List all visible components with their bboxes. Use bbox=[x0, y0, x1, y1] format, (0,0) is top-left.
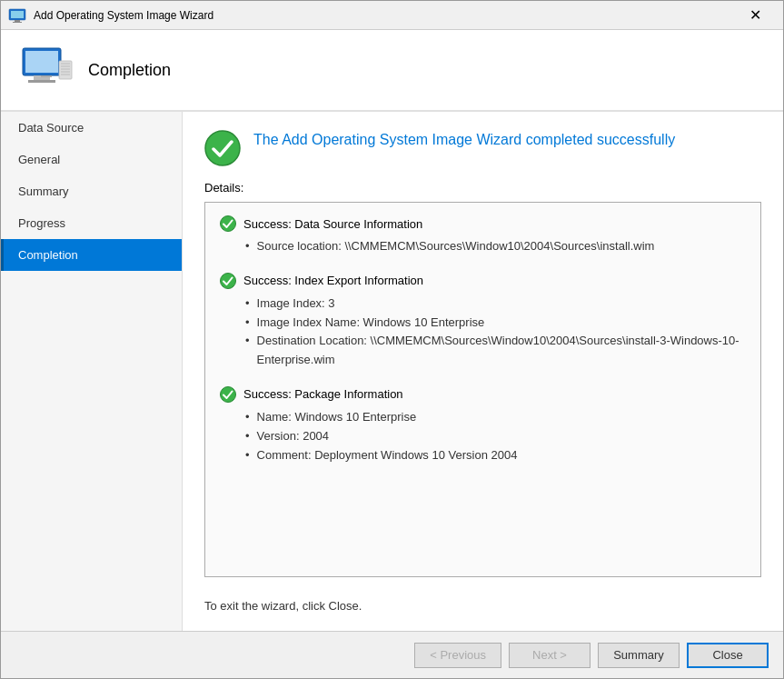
close-window-button[interactable]: ✕ bbox=[734, 1, 776, 30]
header-computer-icon bbox=[19, 43, 74, 97]
section-2-title: Success: Index Export Information bbox=[243, 274, 423, 287]
detail-section-datasource: Success: Data Source Information Source … bbox=[220, 215, 746, 256]
header-title: Completion bbox=[88, 61, 171, 80]
detail-item: Image Index Name: Windows 10 Enterprise bbox=[245, 314, 746, 333]
svg-rect-3 bbox=[13, 22, 22, 23]
sidebar-item-summary[interactable]: Summary bbox=[1, 175, 182, 207]
sidebar: Data Source General Summary Progress Com… bbox=[1, 112, 183, 631]
detail-item: Comment: Deployment Windows 10 Version 2… bbox=[245, 446, 746, 465]
wizard-footer: < Previous Next > Summary Close bbox=[1, 631, 783, 678]
svg-rect-11 bbox=[61, 65, 70, 67]
title-bar-text: Add Operating System Image Wizard bbox=[34, 9, 734, 22]
svg-point-15 bbox=[205, 131, 240, 165]
section-1-title: Success: Data Source Information bbox=[243, 217, 422, 231]
svg-rect-13 bbox=[61, 71, 70, 73]
title-bar: Add Operating System Image Wizard ✕ bbox=[1, 1, 783, 30]
detail-section-indexexport: Success: Index Export Information Image … bbox=[220, 273, 746, 370]
svg-rect-7 bbox=[28, 80, 55, 83]
detail-section-indexexport-header: Success: Index Export Information bbox=[220, 273, 746, 289]
svg-rect-5 bbox=[25, 51, 58, 73]
detail-item: Source location: \\CMMEMCM\Sources\Windo… bbox=[245, 237, 746, 256]
completion-header: The Add Operating System Image Wizard co… bbox=[204, 130, 761, 166]
detail-item: Name: Windows 10 Enterprise bbox=[245, 408, 746, 427]
detail-section-package-header: Success: Package Information bbox=[220, 386, 746, 403]
next-button[interactable]: Next > bbox=[509, 643, 590, 668]
wizard-window: Add Operating System Image Wizard ✕ Comp… bbox=[0, 0, 784, 679]
sidebar-item-completion[interactable]: Completion bbox=[1, 239, 182, 271]
wizard-header: Completion bbox=[1, 30, 783, 112]
success-icon-small-3 bbox=[220, 386, 236, 403]
svg-rect-1 bbox=[11, 11, 24, 18]
completion-title: The Add Operating System Image Wizard co… bbox=[253, 130, 675, 150]
main-area: Data Source General Summary Progress Com… bbox=[1, 112, 783, 631]
section-1-items: Source location: \\CMMEMCM\Sources\Windo… bbox=[220, 237, 746, 256]
detail-section-datasource-header: Success: Data Source Information bbox=[220, 215, 746, 232]
section-2-items: Image Index: 3 Image Index Name: Windows… bbox=[220, 295, 746, 370]
section-3-items: Name: Windows 10 Enterprise Version: 200… bbox=[220, 408, 746, 464]
success-icon-small-1 bbox=[220, 215, 236, 232]
svg-rect-12 bbox=[61, 68, 70, 70]
svg-rect-2 bbox=[15, 20, 20, 22]
previous-button[interactable]: < Previous bbox=[414, 643, 501, 668]
detail-item: Destination Location: \\CMMEMCM\Sources\… bbox=[245, 332, 746, 370]
details-box: Success: Data Source Information Source … bbox=[204, 202, 761, 577]
detail-item: Version: 2004 bbox=[245, 427, 746, 446]
detail-section-package: Success: Package Information Name: Windo… bbox=[220, 386, 746, 464]
success-icon-large bbox=[204, 130, 241, 166]
sidebar-item-progress[interactable]: Progress bbox=[1, 207, 182, 239]
wizard-icon bbox=[8, 6, 26, 25]
svg-point-16 bbox=[221, 216, 236, 232]
detail-item: Image Index: 3 bbox=[245, 295, 746, 314]
section-3-title: Success: Package Information bbox=[243, 387, 403, 401]
success-icon-small-2 bbox=[220, 273, 236, 289]
svg-point-17 bbox=[221, 273, 236, 288]
svg-rect-8 bbox=[41, 75, 52, 77]
sidebar-item-general[interactable]: General bbox=[1, 144, 182, 175]
content-area: The Add Operating System Image Wizard co… bbox=[183, 112, 783, 631]
close-button[interactable]: Close bbox=[687, 643, 769, 668]
svg-rect-14 bbox=[61, 74, 70, 75]
svg-point-18 bbox=[221, 386, 236, 402]
sidebar-item-data-source[interactable]: Data Source bbox=[1, 112, 182, 144]
details-label: Details: bbox=[204, 181, 761, 195]
summary-button[interactable]: Summary bbox=[598, 643, 680, 668]
exit-text: To exit the wizard, click Close. bbox=[204, 599, 761, 613]
svg-rect-10 bbox=[61, 63, 70, 65]
